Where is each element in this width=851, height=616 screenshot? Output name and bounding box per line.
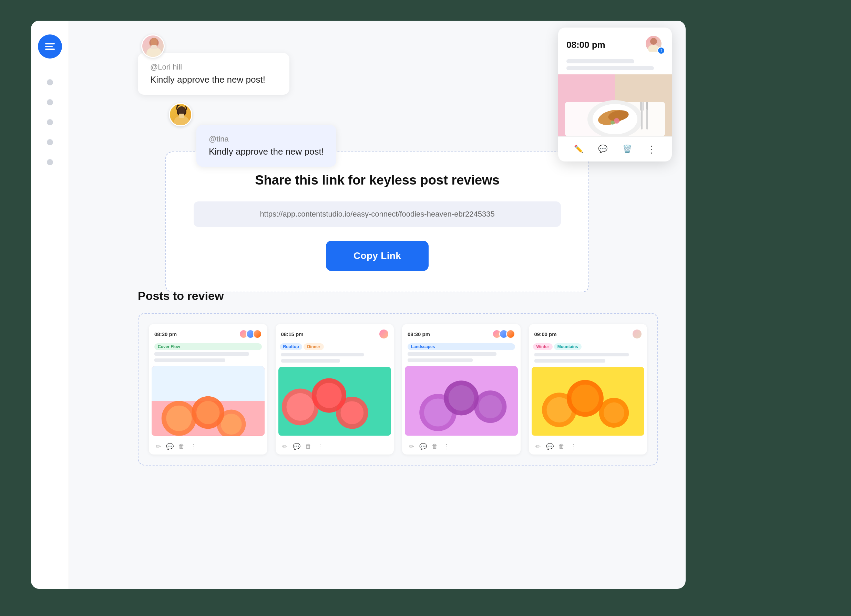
preview-more-icon[interactable]: ⋮ <box>645 143 658 155</box>
preview-line-1 <box>567 59 634 63</box>
svg-rect-0 <box>45 43 55 44</box>
post-card-4: 09:00 pm Winter Mountains <box>529 324 647 454</box>
trash-icon-1[interactable]: 🗑 <box>178 443 185 450</box>
post-tag-2a: Rooftop <box>280 343 302 350</box>
link-url-input[interactable] <box>194 201 561 227</box>
notification-card-lori: @Lori hill Kindly approve the new post! <box>138 53 289 95</box>
preview-avatar-wrap: f <box>646 36 663 54</box>
post-time-4: 09:00 pm <box>534 331 557 337</box>
preview-food-image <box>558 74 672 136</box>
svg-point-34 <box>449 385 474 411</box>
posts-grid: 08:30 pm Cover Flow <box>138 313 658 466</box>
post-card-2: 08:15 pm Rooftop Dinner <box>276 324 394 454</box>
comment-icon-1[interactable]: 💬 <box>166 443 174 450</box>
svg-rect-13 <box>152 366 265 401</box>
post-tag-3: Landscapes <box>407 343 515 350</box>
copy-link-button[interactable]: Copy Link <box>326 241 429 271</box>
svg-point-23 <box>286 393 314 421</box>
svg-point-25 <box>340 401 364 424</box>
preview-edit-icon[interactable]: ✏️ <box>572 143 585 155</box>
svg-rect-55 <box>642 102 642 111</box>
post-actions-2: ✏ 💬 🗑 ⋮ <box>281 443 324 450</box>
comment-icon-2[interactable]: 💬 <box>293 443 301 450</box>
share-title: Share this link for keyless post reviews <box>255 173 499 188</box>
svg-point-52 <box>610 120 615 124</box>
preview-comment-icon[interactable]: 💬 <box>597 143 609 155</box>
trash-icon-4[interactable]: 🗑 <box>558 443 565 450</box>
preview-time: 08:00 pm <box>567 40 605 50</box>
svg-rect-2 <box>45 48 55 50</box>
preview-card-actions: ✏️ 💬 🗑️ ⋮ <box>558 136 672 162</box>
more-icon-4[interactable]: ⋮ <box>570 443 577 450</box>
edit-icon-4[interactable]: ✏ <box>534 443 542 450</box>
svg-point-41 <box>571 385 599 412</box>
comment-icon-4[interactable]: 💬 <box>546 443 554 450</box>
post-avatars-1 <box>239 330 262 339</box>
sidebar <box>31 21 69 589</box>
trash-icon-2[interactable]: 🗑 <box>305 443 312 450</box>
svg-point-51 <box>614 118 619 124</box>
sidebar-nav-item-5[interactable] <box>47 159 53 165</box>
username-tina: @tina <box>209 135 229 144</box>
main-card: @Lori hill Kindly approve the new post! <box>31 21 686 589</box>
post-tag-4b: Mountains <box>554 343 582 350</box>
post-tag-4a: Winter <box>533 343 553 350</box>
edit-icon-1[interactable]: ✏ <box>154 443 162 450</box>
edit-icon-2[interactable]: ✏ <box>281 443 289 450</box>
post-actions-4: ✏ 💬 🗑 ⋮ <box>534 443 577 450</box>
more-icon-2[interactable]: ⋮ <box>316 443 324 450</box>
message-tina: Kindly approve the new post! <box>209 146 324 157</box>
comment-icon-3[interactable]: 💬 <box>419 443 427 450</box>
preview-trash-icon[interactable]: 🗑️ <box>621 143 633 155</box>
svg-point-16 <box>166 406 192 431</box>
posts-review-section: Posts to review 08:30 pm Cover Flow <box>138 289 658 466</box>
svg-point-6 <box>150 38 158 46</box>
svg-point-20 <box>196 401 220 424</box>
post-time-2: 08:15 pm <box>281 331 304 337</box>
svg-point-32 <box>478 395 502 418</box>
avatar-tina <box>169 103 192 126</box>
post-avatars-3 <box>492 330 515 339</box>
more-icon-3[interactable]: ⋮ <box>443 443 450 450</box>
post-actions-3: ✏ 💬 🗑 ⋮ <box>407 443 450 450</box>
avatar-lori <box>141 34 165 58</box>
post-actions-1: ✏ 💬 🗑 ⋮ <box>154 443 197 450</box>
more-icon-1[interactable]: ⋮ <box>189 443 197 450</box>
svg-rect-12 <box>179 114 184 118</box>
notification-card-tina: @tina Kindly approve the new post! <box>196 125 336 167</box>
sidebar-nav-item-2[interactable] <box>47 99 53 105</box>
post-time-1: 08:30 pm <box>154 331 177 337</box>
logo-icon <box>44 40 56 53</box>
username-lori: @Lori hill <box>150 63 182 72</box>
trash-icon-3[interactable]: 🗑 <box>431 443 439 450</box>
facebook-badge: f <box>657 47 665 54</box>
user-row-tina: @tina <box>209 135 324 144</box>
svg-rect-1 <box>45 46 53 47</box>
post-card-1: 08:30 pm Cover Flow <box>149 324 268 454</box>
share-link-container: Share this link for keyless post reviews… <box>165 151 589 292</box>
preview-card: 08:00 pm f <box>558 27 672 162</box>
sidebar-nav-item-3[interactable] <box>47 119 53 125</box>
notifications-area: @Lori hill Kindly approve the new post! <box>138 34 336 167</box>
svg-point-27 <box>316 383 342 408</box>
post-tag-1: Cover Flow <box>154 343 262 350</box>
svg-rect-7 <box>151 45 157 49</box>
posts-review-title: Posts to review <box>138 289 658 303</box>
preview-card-header: 08:00 pm f <box>558 27 672 59</box>
post-time-3: 08:30 pm <box>407 331 430 337</box>
message-lori: Kindly approve the new post! <box>150 74 277 85</box>
svg-point-42 <box>650 38 657 45</box>
user-row-lori: @Lori hill <box>150 63 277 72</box>
svg-point-11 <box>178 106 185 115</box>
sidebar-nav-item-1[interactable] <box>47 79 53 85</box>
post-card-3: 08:30 pm Landscapes <box>402 324 520 454</box>
svg-rect-54 <box>640 102 641 111</box>
svg-rect-56 <box>643 102 644 111</box>
preview-line-2 <box>567 66 654 70</box>
edit-icon-3[interactable]: ✏ <box>407 443 415 450</box>
sidebar-logo[interactable] <box>38 34 62 58</box>
preview-text-lines <box>558 59 672 74</box>
post-tag-2b: Dinner <box>304 343 323 350</box>
svg-point-18 <box>221 414 242 435</box>
sidebar-nav-item-4[interactable] <box>47 139 53 145</box>
